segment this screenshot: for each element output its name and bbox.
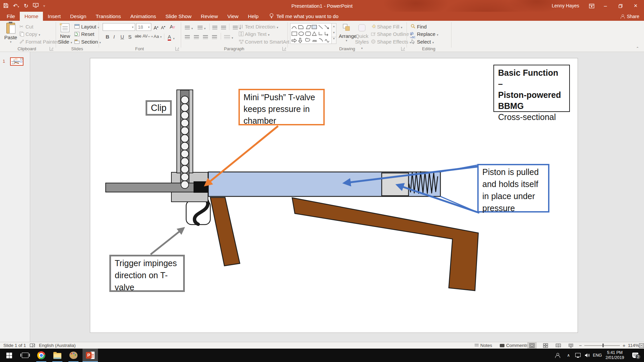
justify-button[interactable] xyxy=(212,34,217,40)
tab-file[interactable]: File xyxy=(2,12,20,21)
align-left-button[interactable] xyxy=(185,34,190,40)
font-color-button[interactable]: A xyxy=(168,34,171,41)
drawing-dialog-launcher[interactable] xyxy=(401,47,405,51)
slide-thumbnail[interactable] xyxy=(10,57,23,66)
new-slide-button[interactable]: ✳ New Slide ▾ xyxy=(58,23,72,45)
numbering-button[interactable]: ▾ xyxy=(198,25,206,31)
underline-button[interactable]: U xyxy=(120,34,124,40)
shrink-font-button[interactable]: A▾ xyxy=(161,24,165,31)
tab-help[interactable]: Help xyxy=(243,12,263,21)
paste-clipboard-icon xyxy=(6,23,15,34)
notes-label: Notes xyxy=(480,342,492,349)
tab-design[interactable]: Design xyxy=(65,12,91,21)
shapes-gallery[interactable] xyxy=(290,23,332,44)
tab-home[interactable]: Home xyxy=(20,12,43,21)
columns-button[interactable]: ▾ xyxy=(224,34,233,40)
zoom-out-button[interactable]: − xyxy=(579,342,582,349)
slide-sorter-view-button[interactable] xyxy=(541,342,550,349)
arrange-button[interactable]: Arrange ▾ xyxy=(339,23,354,42)
clock-date: 2/01/2019 xyxy=(605,355,624,360)
find-button[interactable]: Find xyxy=(417,24,427,30)
close-button[interactable]: × xyxy=(630,0,641,12)
tab-animations[interactable]: Animations xyxy=(126,12,161,21)
clock[interactable]: 5:41 PM 2/01/2019 xyxy=(603,349,627,362)
fit-slide-button[interactable] xyxy=(637,342,644,349)
shapes-gallery-scroll[interactable]: ▲▼▼ xyxy=(332,23,336,44)
people-tray-icon[interactable] xyxy=(552,349,563,362)
bold-button[interactable]: B xyxy=(106,34,109,40)
align-right-button[interactable] xyxy=(203,34,208,40)
zoom-slider-handle[interactable] xyxy=(602,344,604,347)
tab-transitions[interactable]: Transitions xyxy=(91,12,125,21)
action-center-button[interactable]: 2 xyxy=(629,349,642,362)
replace-button[interactable]: Replace ▾ xyxy=(417,31,438,38)
ribbon-display-options-icon[interactable] xyxy=(586,0,597,12)
text-shadow-button[interactable]: S xyxy=(128,34,131,40)
t-valve-shape[interactable] xyxy=(194,181,208,193)
slide-thumbnail-panel[interactable]: 1 xyxy=(0,52,30,342)
hidden-icons-chevron[interactable]: ∧ xyxy=(564,349,573,362)
slide-title-box[interactable]: Basic Function – Piston-powered BBMG Cro… xyxy=(493,65,570,112)
select-button[interactable]: Select ▾ xyxy=(417,39,434,46)
clip-label-box[interactable]: Clip xyxy=(146,100,172,116)
file-explorer-icon[interactable] xyxy=(50,349,65,362)
notes-button[interactable]: Notes xyxy=(475,342,492,349)
change-case-button[interactable]: Aa ▾ xyxy=(154,34,162,39)
comments-button[interactable]: Comments xyxy=(500,342,528,349)
font-name-combobox[interactable]: ▾ xyxy=(103,23,135,31)
font-dialog-launcher[interactable] xyxy=(175,47,179,51)
restore-button[interactable] xyxy=(615,0,626,12)
zoom-in-button[interactable]: + xyxy=(623,342,626,349)
slide-indicator[interactable]: Slide 1 of 1 xyxy=(3,342,26,349)
network-tray-icon[interactable] xyxy=(573,349,583,362)
collapse-ribbon-icon[interactable]: ⌃ xyxy=(636,46,639,51)
piston-callout[interactable]: Piston is pulled and holds itself in pla… xyxy=(477,164,549,213)
slideshow-view-button[interactable] xyxy=(566,342,576,349)
tell-me-box[interactable]: Tell me what you want to do xyxy=(269,12,338,21)
tab-slideshow[interactable]: Slide Show xyxy=(161,12,196,21)
strikethrough-button[interactable]: abc xyxy=(135,34,141,39)
paragraph-dialog-launcher[interactable] xyxy=(282,47,286,51)
language-tray-indicator[interactable]: ENG xyxy=(592,349,603,362)
normal-view-button[interactable] xyxy=(527,342,537,349)
volume-tray-icon[interactable] xyxy=(582,349,592,362)
stock-shape[interactable] xyxy=(292,198,478,291)
font-size-combobox[interactable]: 18▾ xyxy=(136,23,151,31)
font-color-dropdown[interactable]: ▾ xyxy=(173,35,175,41)
t-valve-callout[interactable]: Mini “Push” T-valve keeps pressure in ch… xyxy=(238,89,325,125)
grip-shape[interactable] xyxy=(210,197,240,266)
trigger-callout[interactable]: Trigger impinges direction on T-valve xyxy=(109,255,185,292)
barrel-shape[interactable] xyxy=(106,183,208,192)
character-spacing-button[interactable]: AV⇿ ▾ xyxy=(143,34,153,39)
increase-indent-button[interactable] xyxy=(221,25,226,31)
reset-button[interactable]: Reset xyxy=(81,31,94,37)
paint-icon[interactable] xyxy=(66,349,81,362)
align-center-button[interactable] xyxy=(194,34,199,40)
clipboard-dialog-launcher[interactable] xyxy=(50,47,53,51)
task-view-button[interactable] xyxy=(17,349,33,362)
reading-view-button[interactable] xyxy=(553,342,563,349)
powerpoint-taskbar-button[interactable]: P xyxy=(83,349,98,362)
clear-formatting-button[interactable]: A xyxy=(170,24,175,30)
group-label-paragraph: Paragraph xyxy=(224,46,245,51)
zoom-slider-track[interactable] xyxy=(584,345,620,346)
layout-button[interactable]: Layout ▾ xyxy=(81,24,99,31)
signed-in-user[interactable]: Lenny Hayes xyxy=(552,0,579,12)
gray-arrow-trigger[interactable] xyxy=(151,228,183,254)
tab-insert[interactable]: Insert xyxy=(43,12,65,21)
share-button[interactable]: Share xyxy=(620,12,639,21)
bullets-button[interactable]: ▾ xyxy=(185,25,193,31)
minimize-button[interactable]: – xyxy=(600,0,611,12)
decrease-indent-button[interactable] xyxy=(212,25,217,31)
italic-button[interactable]: I xyxy=(113,34,115,40)
grow-font-button[interactable]: A▴ xyxy=(154,24,158,31)
language-indicator[interactable]: English (Australia) xyxy=(39,342,76,349)
section-button[interactable]: Section ▾ xyxy=(81,39,101,46)
slide-canvas[interactable]: Basic Function – Piston-powered BBMG Cro… xyxy=(90,58,578,333)
tab-view[interactable]: View xyxy=(223,12,243,21)
spellcheck-icon[interactable] xyxy=(30,342,35,349)
chrome-icon[interactable] xyxy=(34,349,49,362)
start-button[interactable] xyxy=(1,349,17,362)
paste-button[interactable]: Paste ▾ xyxy=(3,23,18,44)
tab-review[interactable]: Review xyxy=(196,12,223,21)
